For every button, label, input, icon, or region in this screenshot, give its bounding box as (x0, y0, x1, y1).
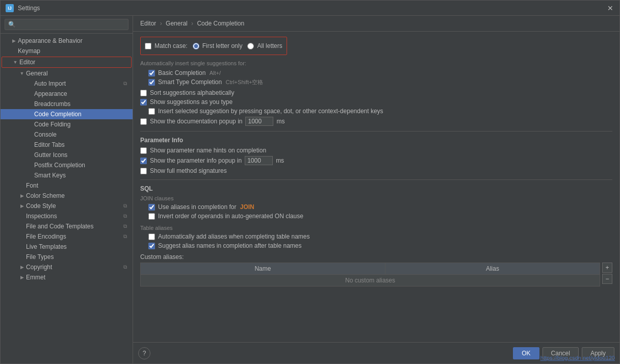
ok-button[interactable]: OK (513, 347, 539, 359)
all-letters-label[interactable]: All letters (257, 42, 282, 49)
sidebar-item-appearance-behavior[interactable]: ▶ Appearance & Behavior (1, 36, 133, 46)
divider-1 (140, 131, 612, 132)
first-letter-label[interactable]: First letter only (202, 42, 243, 49)
sidebar-item-gutter-icons[interactable]: Gutter Icons (1, 150, 133, 160)
insert-selected-label[interactable]: Insert selected suggestion by pressing s… (158, 108, 383, 115)
show-param-hints-checkbox[interactable] (140, 147, 147, 154)
close-button[interactable]: ✕ (606, 4, 614, 12)
sidebar-item-label: Live Templates (26, 243, 128, 250)
sidebar-item-postfix-completion[interactable]: Postfix Completion (1, 160, 133, 170)
sidebar-item-font[interactable]: Font (1, 180, 133, 191)
badge-icon: ⧉ (121, 80, 128, 87)
settings-window: IJ Settings ✕ ▶ Appearance & Behavior Ke… (0, 0, 620, 364)
no-arrow (27, 121, 33, 127)
basic-completion-shortcut: Alt+/ (210, 70, 221, 76)
sidebar-item-keymap[interactable]: Keymap (1, 46, 133, 56)
help-button[interactable]: ? (138, 347, 150, 359)
col-name: Name (141, 263, 385, 275)
first-letter-only-row: First letter only (193, 42, 243, 49)
show-param-popup-label[interactable]: Show the parameter info popup in (150, 157, 242, 164)
sidebar-item-console[interactable]: Console (1, 129, 133, 140)
main-panel: Editor › General › Code Completion Match… (133, 16, 619, 363)
sidebar-item-copyright[interactable]: ▶ Copyright ⧉ (1, 262, 133, 272)
sidebar-item-code-completion[interactable]: Code Completion (1, 109, 133, 119)
use-aliases-checkbox[interactable] (148, 204, 155, 211)
divider-2 (140, 179, 612, 180)
collapse-arrow: ▼ (19, 70, 25, 76)
sidebar-item-code-folding[interactable]: Code Folding (1, 119, 133, 129)
sidebar-item-smart-keys[interactable]: Smart Keys (1, 170, 133, 180)
sidebar-item-file-encodings[interactable]: File Encodings ⧉ (1, 231, 133, 242)
show-param-hints-label[interactable]: Show parameter name hints on completion (150, 147, 266, 154)
basic-completion-checkbox[interactable] (148, 70, 155, 76)
show-suggestions-label[interactable]: Show suggestions as you type (150, 98, 232, 106)
doc-popup-ms-label: ms (276, 118, 285, 125)
badge-icon: ⧉ (121, 264, 128, 271)
auto-add-aliases-label[interactable]: Automatically add aliases when completin… (158, 233, 310, 240)
basic-completion-row: Basic Completion Alt+/ (140, 69, 612, 76)
sidebar-item-label: File Encodings (26, 233, 120, 240)
sidebar-item-color-scheme[interactable]: ▶ Color Scheme (1, 191, 133, 201)
custom-aliases-section: Custom aliases: Name Alias (140, 253, 612, 287)
remove-alias-button[interactable]: − (602, 274, 612, 284)
breadcrumb: Editor › General › Code Completion (133, 16, 619, 32)
collapse-arrow: ▶ (11, 38, 17, 44)
show-suggestions-checkbox[interactable] (140, 99, 147, 106)
invert-order-checkbox[interactable] (148, 213, 155, 220)
custom-aliases-label: Custom aliases: (140, 253, 612, 261)
aliases-table-container: Name Alias No custom aliases (140, 263, 600, 287)
badge-icon: ⧉ (121, 213, 128, 220)
suggest-alias-names-label[interactable]: Suggest alias names in completion after … (158, 242, 302, 249)
doc-popup-ms-input[interactable] (245, 117, 273, 126)
insert-selected-checkbox[interactable] (148, 108, 155, 115)
sidebar-item-label: Postfix Completion (34, 162, 128, 169)
no-arrow (27, 101, 33, 107)
sidebar-item-label: Breadcrumbs (34, 100, 128, 108)
sidebar-item-live-templates[interactable]: Live Templates (1, 242, 133, 252)
sidebar-item-label: Code Style (26, 202, 120, 210)
suggest-alias-names-checkbox[interactable] (148, 243, 155, 249)
sidebar-item-editor[interactable]: ▼ Editor (2, 57, 132, 68)
sidebar-item-label: Editor (19, 59, 127, 66)
match-case-checkbox[interactable] (145, 43, 151, 49)
sidebar-item-emmet[interactable]: ▶ Emmet (1, 272, 133, 282)
no-arrow (27, 162, 33, 168)
sidebar-item-editor-tabs[interactable]: Editor Tabs (1, 140, 133, 150)
sidebar-item-general[interactable]: ▼ General (1, 68, 133, 79)
show-doc-popup-checkbox[interactable] (140, 118, 147, 125)
sidebar-item-appearance[interactable]: Appearance (1, 89, 133, 99)
sidebar-item-file-types[interactable]: File Types (1, 252, 133, 262)
no-arrow (27, 142, 33, 148)
show-full-method-label[interactable]: Show full method signatures (150, 167, 227, 174)
sort-alphabetically-label[interactable]: Sort suggestions alphabetically (150, 89, 234, 96)
sidebar-item-code-style[interactable]: ▶ Code Style ⧉ (1, 201, 133, 211)
add-alias-button[interactable]: + (602, 263, 612, 273)
sidebar: ▶ Appearance & Behavior Keymap ▼ Editor … (1, 16, 133, 363)
sidebar-item-inspections[interactable]: Inspections ⧉ (1, 211, 133, 221)
sort-alphabetically-checkbox[interactable] (140, 90, 147, 96)
show-full-method-checkbox[interactable] (140, 168, 147, 174)
invert-order-label[interactable]: Invert order of operands in auto-generat… (158, 213, 303, 220)
sidebar-item-file-code-templates[interactable]: File and Code Templates ⧉ (1, 221, 133, 231)
no-arrow (19, 233, 25, 240)
no-arrow (27, 132, 33, 138)
window-title: Settings (18, 5, 606, 12)
param-popup-ms-input[interactable] (245, 156, 273, 165)
table-aliases-label: Table aliases (140, 225, 612, 231)
table-aliases-section: Table aliases Automatically add aliases … (140, 225, 612, 249)
smart-type-checkbox[interactable] (148, 79, 155, 86)
smart-type-row: Smart Type Completion Ctrl+Shift+空格 (140, 79, 612, 86)
auto-add-aliases-checkbox[interactable] (148, 233, 155, 240)
match-case-label[interactable]: Match case: (154, 42, 188, 49)
sidebar-item-breadcrumbs[interactable]: Breadcrumbs (1, 99, 133, 109)
search-box (1, 16, 133, 34)
sidebar-item-label: File and Code Templates (26, 223, 120, 230)
sort-alphabetically-row: Sort suggestions alphabetically (140, 89, 612, 96)
all-letters-radio[interactable] (247, 43, 254, 49)
show-param-popup-checkbox[interactable] (140, 158, 147, 164)
search-input[interactable] (5, 19, 128, 30)
sidebar-item-auto-import[interactable]: Auto Import ⧉ (1, 79, 133, 89)
first-letter-radio[interactable] (193, 43, 199, 49)
show-doc-popup-label[interactable]: Show the documentation popup in (150, 118, 242, 125)
param-popup-ms-label: ms (276, 157, 284, 164)
